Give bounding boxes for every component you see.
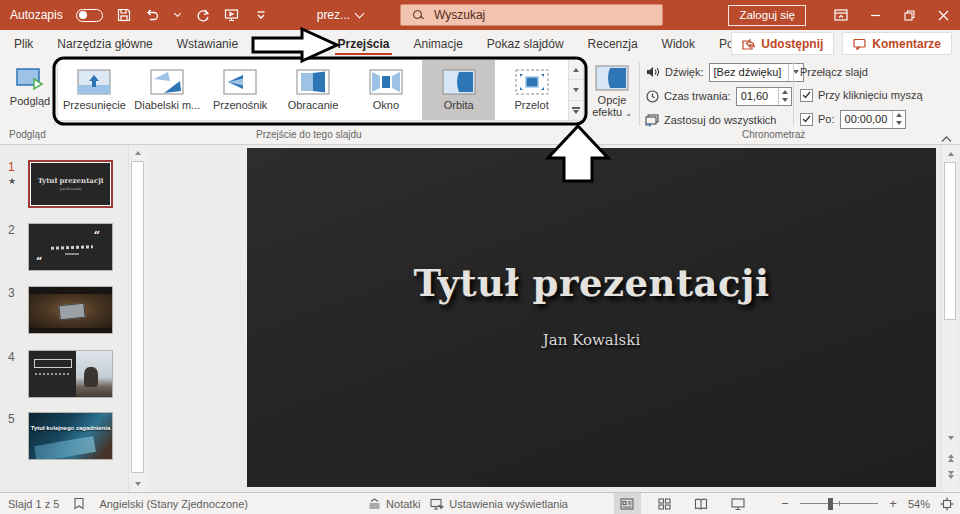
close-button[interactable] [926,0,960,30]
previous-slide-button[interactable] [943,450,958,465]
tab-view[interactable]: Widok [660,30,697,57]
ribbon-display-options-icon[interactable] [824,0,858,30]
effect-options-button[interactable]: Opcje efektu ⌄ [589,61,635,123]
sound-dropdown[interactable]: [Bez dźwięku] [709,63,804,82]
slide-canvas[interactable]: Tytuł prezentacji Jan Kowalski [247,148,936,487]
scroll-up-button[interactable] [130,146,146,160]
slide-thumbnail-2[interactable]: “ “ [28,223,113,271]
push-transition-icon [77,69,111,95]
customize-toolbar-icon[interactable] [253,7,269,23]
transition-ferris-wheel[interactable]: Diabelski m... [131,60,204,120]
transition-window[interactable]: Okno [349,60,422,120]
transition-rotate[interactable]: Obracanie [277,60,350,120]
slide-thumbnail-5[interactable]: Tytuł kolejnego zagadnienia [28,412,113,460]
on-mouse-click-checkbox[interactable] [800,89,813,102]
canvas-scrollbar[interactable] [941,145,958,492]
restore-button[interactable] [892,0,926,30]
sign-in-button[interactable]: Zaloguj się [728,5,806,26]
after-up-button[interactable] [893,111,905,120]
document-title[interactable]: prez... [317,8,363,22]
transition-label: Diabelski m... [134,99,200,111]
fit-to-window-icon[interactable] [940,497,954,511]
after-down-button[interactable] [893,119,905,128]
scroll-down-button[interactable] [130,477,146,491]
transition-label: Przesunięcie [63,99,126,111]
next-slide-button[interactable] [943,467,958,482]
slide-indicator: Slajd 1 z 5 [8,498,59,510]
reading-view-button[interactable] [688,493,715,514]
transition-push[interactable]: Przesunięcie [58,60,131,120]
slide-sorter-view-button[interactable] [651,493,678,514]
display-settings-button[interactable]: Ustawienia wyświetlania [430,498,568,510]
slide-thumbnail-1[interactable]: Tytuł prezentacji Jan Kowalski [28,160,113,208]
collapse-ribbon-icon[interactable] [941,129,953,139]
autosave-toggle[interactable] [76,9,103,22]
document-title-dropdown-icon [355,9,365,19]
tab-transitions[interactable]: Przejścia [335,30,391,57]
tab-review[interactable]: Recenzja [586,30,640,57]
scrollbar-thumb[interactable] [944,162,956,320]
zoom-slider-thumb[interactable] [828,498,833,510]
language-indicator[interactable]: Angielski (Stany Zjednoczone) [99,498,248,510]
undo-icon[interactable] [145,7,161,23]
transition-orbit[interactable]: Orbita [422,60,495,120]
slideshow-view-button[interactable] [725,493,752,514]
transition-star-icon[interactable]: ★ [8,176,16,186]
slide-title-text[interactable]: Tytuł prezentacji [247,261,936,305]
thumb-title-text: Tytuł prezentacji [30,176,111,185]
tab-slideshow[interactable]: Pokaz slajdów [485,30,566,57]
scroll-up-button[interactable] [943,146,958,161]
transition-conveyor[interactable]: Przenośnik [204,60,277,120]
duration-up-button[interactable] [779,88,791,97]
save-icon[interactable] [116,7,132,23]
gallery-scroll-down-button[interactable] [569,79,583,99]
apply-to-all-button[interactable]: Zastosuj do wszystkich [664,114,776,126]
scrollbar-thumb[interactable] [131,161,144,473]
zoom-out-button[interactable]: − [780,496,790,511]
slide-subtitle-text[interactable]: Jan Kowalski [247,331,936,349]
preview-button[interactable]: Podgląd [8,61,52,123]
minimize-button[interactable] [858,0,892,30]
timing-group-caption: Chronometraż [742,129,805,140]
undo-dropdown-icon[interactable] [174,7,182,23]
thumbnails-scrollbar[interactable] [128,145,146,492]
accessibility-checker-icon[interactable] [73,497,85,510]
duration-down-button[interactable] [779,96,791,105]
duration-spinner[interactable]: 01,60 [736,87,792,106]
search-box[interactable] [400,4,663,26]
preview-icon [15,67,45,91]
notes-button[interactable]: Notatki [368,498,420,510]
zoom-slider[interactable] [800,503,878,504]
tab-insert[interactable]: Wstawianie [175,30,240,57]
redo-icon[interactable] [195,7,211,23]
tab-design[interactable]: Projekt [260,30,301,57]
slide-number: 2 [8,223,22,237]
transition-label: Orbita [444,99,474,111]
start-slideshow-icon[interactable] [224,7,240,23]
gallery-more-button[interactable] [569,100,583,120]
person-shape [84,367,98,387]
normal-view-button[interactable] [614,493,641,514]
checkmark-icon [802,91,811,99]
tab-home[interactable]: Narzędzia główne [55,30,154,57]
transition-fly-through[interactable]: Przelot [495,60,568,120]
tab-animations[interactable]: Animacje [412,30,465,57]
after-time-spinner[interactable]: 00:00,00 [840,110,906,129]
after-checkbox[interactable] [800,113,813,126]
gallery-scroll-up-button[interactable] [569,60,583,79]
zoom-in-button[interactable]: + [888,496,898,511]
share-button[interactable]: Udostępnij [731,32,834,55]
search-input[interactable] [434,8,614,22]
zoom-level[interactable]: 54% [908,498,930,510]
effect-options-label-1: Opcje [598,94,627,106]
comments-button[interactable]: Komentarze [842,32,952,55]
tab-file[interactable]: Plik [12,30,35,57]
apply-to-all-icon [644,114,659,127]
transition-label: Obracanie [288,99,339,111]
notes-icon [368,498,381,509]
slide-thumbnail-4[interactable] [28,350,113,398]
scroll-down-button[interactable] [943,430,958,445]
status-bar: Slajd 1 z 5 Angielski (Stany Zjednoczone… [0,492,960,514]
slide-thumbnail-3[interactable] [28,286,113,334]
slide-number: 4 [8,350,22,364]
